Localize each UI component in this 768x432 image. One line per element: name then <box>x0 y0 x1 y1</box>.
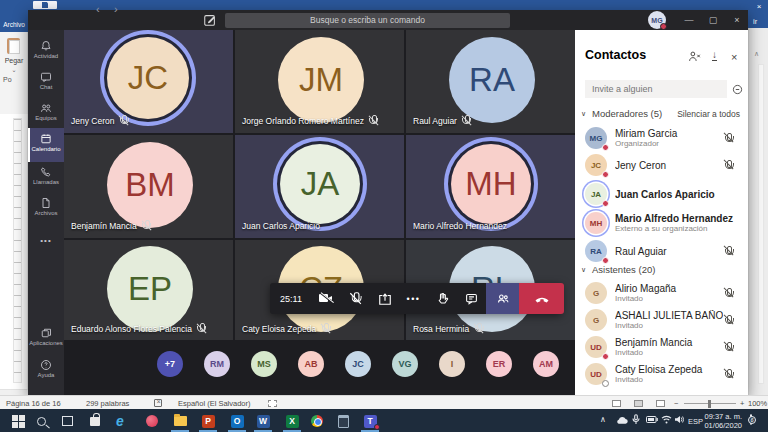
word-vscrollbar[interactable] <box>758 64 764 384</box>
participant-row[interactable]: RA Raul Aguiar <box>579 238 744 264</box>
proofing-icon[interactable] <box>154 399 162 407</box>
command-search-input[interactable] <box>225 13 510 28</box>
taskbar-teams[interactable]: T <box>362 413 378 429</box>
participant-bubble[interactable]: JC <box>345 351 371 377</box>
copy-link-icon[interactable] <box>732 84 743 95</box>
participant-bubble[interactable]: MS <box>251 351 277 377</box>
invite-someone-input[interactable] <box>585 80 727 98</box>
word-paste-label[interactable]: Pegar <box>0 57 28 64</box>
sidebar-item-activity[interactable]: Actividad <box>28 40 64 59</box>
network-icon[interactable] <box>661 415 672 424</box>
video-tile[interactable]: JC Jeny Ceron <box>64 30 233 133</box>
taskbar-edge[interactable]: e <box>112 413 128 429</box>
collapse-attendees-icon[interactable]: ∨ <box>581 266 586 274</box>
participant-bubble[interactable]: AM <box>533 351 559 377</box>
participant-row[interactable]: UD Caty Eloisa ZepedaInvitado <box>579 361 744 387</box>
minimize-button[interactable]: — <box>678 10 700 30</box>
forward-icon[interactable]: › <box>114 3 118 15</box>
start-button[interactable] <box>10 413 26 429</box>
panel-close-icon[interactable]: × <box>731 51 737 63</box>
word-count[interactable]: 299 palabras <box>86 399 129 408</box>
participant-bubble[interactable]: AB <box>298 351 324 377</box>
camera-off-button[interactable] <box>312 283 341 314</box>
paste-dropdown-caret[interactable]: ⌄ <box>0 66 28 73</box>
video-tile[interactable]: JA Juan Carlos Aparicio <box>235 135 404 238</box>
battery-icon[interactable] <box>646 416 658 423</box>
mic-off-icon[interactable] <box>723 369 734 380</box>
video-tile[interactable]: JM Jorge Orlando Romero Martínez <box>235 30 404 133</box>
meeting-chat-button[interactable] <box>457 283 486 314</box>
more-actions-button[interactable]: ••• <box>399 283 428 314</box>
participant-row[interactable]: G Alirio MagañaInvitado <box>579 280 744 306</box>
profile-avatar[interactable]: MG <box>648 11 666 29</box>
sidebar-item-help[interactable]: Ayuda <box>28 359 64 378</box>
sidebar-item-apps[interactable]: Aplicaciones <box>28 327 64 346</box>
taskbar-outlook[interactable]: O <box>229 413 245 429</box>
zoom-level[interactable]: 100% <box>748 399 767 408</box>
zoom-in-icon[interactable]: + <box>740 399 744 408</box>
word-close-icon[interactable]: × <box>752 2 766 12</box>
taskbar-store[interactable] <box>87 413 103 429</box>
participant-row[interactable]: MG Miriam GarciaOrganizador <box>579 125 744 151</box>
video-tile[interactable]: BM Benjamín Mancia <box>64 135 233 238</box>
sidebar-item-calls[interactable]: Llamadas <box>28 166 64 185</box>
share-button[interactable] <box>370 283 399 314</box>
participant-row[interactable]: G ASHALI JULIETA BAÑOSInvitado <box>579 307 744 333</box>
volume-icon[interactable] <box>674 415 684 424</box>
attendees-header[interactable]: Asistentes (20) <box>592 264 655 275</box>
tray-mic-icon[interactable] <box>632 414 640 425</box>
mic-off-icon[interactable] <box>723 342 734 353</box>
raise-hand-button[interactable] <box>428 283 457 314</box>
maximize-button[interactable]: ▢ <box>702 10 724 30</box>
compose-icon[interactable] <box>203 13 217 27</box>
video-tile[interactable]: RA Raul Aguiar <box>406 30 575 133</box>
mic-off-icon[interactable] <box>723 246 734 257</box>
mic-off-icon[interactable] <box>723 133 734 144</box>
web-layout-icon[interactable] <box>656 400 665 407</box>
rail-more-icon[interactable]: ••• <box>28 236 64 245</box>
remove-participant-icon[interactable] <box>688 50 701 62</box>
taskbar-search-button[interactable] <box>33 413 49 429</box>
sidebar-item-chat[interactable]: Chat <box>28 71 64 90</box>
participant-row[interactable]: JC Jeny Ceron <box>579 152 744 178</box>
language-indicator[interactable]: ESP <box>688 417 703 426</box>
hang-up-button[interactable] <box>519 283 564 314</box>
onedrive-cloud-icon[interactable] <box>615 416 628 425</box>
taskbar-powerpoint[interactable]: P <box>200 413 216 429</box>
taskbar-excel[interactable]: X <box>284 413 300 429</box>
video-tile[interactable]: MH Mario Alfredo Hernandez <box>406 135 575 238</box>
participant-row[interactable]: JA Juan Carlos Aparicio <box>579 180 744 208</box>
taskbar-word[interactable]: W <box>255 413 271 429</box>
taskbar-calculator[interactable] <box>335 413 351 429</box>
paste-clipboard-icon[interactable] <box>7 38 20 54</box>
zoom-out-icon[interactable]: − <box>674 399 678 408</box>
read-mode-icon[interactable] <box>612 400 621 407</box>
participant-row[interactable]: MH Mario Alfredo HernandezExterno a su o… <box>579 209 744 237</box>
mute-all-button[interactable]: Silenciar a todos <box>677 109 740 119</box>
participant-row[interactable]: UD Benjamín ManciaInvitado <box>579 334 744 360</box>
participant-bubble[interactable]: ER <box>486 351 512 377</box>
word-archivo-tab[interactable]: Archivo <box>0 10 28 32</box>
download-list-icon[interactable]: ↓ <box>712 50 717 61</box>
zoom-slider-thumb[interactable] <box>708 400 711 408</box>
taskbar-file-explorer[interactable] <box>172 413 188 429</box>
sidebar-item-files[interactable]: Archivos <box>28 197 64 216</box>
language-status[interactable]: Español (El Salvador) <box>178 399 251 408</box>
collapse-moderators-icon[interactable]: ∨ <box>581 110 586 118</box>
word-save-icon[interactable] <box>33 1 57 9</box>
mic-off-icon[interactable] <box>723 160 734 171</box>
mic-off-icon[interactable] <box>723 288 734 299</box>
clock[interactable]: 09:37 a. m. 01/06/2020 <box>704 412 742 431</box>
action-center-button[interactable]: 6 <box>750 415 752 424</box>
page-count[interactable]: Página 16 de 16 <box>6 399 61 408</box>
display-settings-icon[interactable] <box>268 400 277 407</box>
participant-bubble[interactable]: I <box>439 351 465 377</box>
mic-off-button[interactable] <box>341 283 370 314</box>
ribbon-collapse-icon[interactable]: ∧ <box>754 50 759 58</box>
print-layout-icon[interactable] <box>634 400 643 407</box>
close-button[interactable]: × <box>726 10 748 30</box>
word-share-button-fragment[interactable]: ir <box>753 17 757 26</box>
moderators-header[interactable]: Moderadores (5) <box>592 108 662 119</box>
taskbar-app-pink[interactable] <box>144 413 160 429</box>
hidden-icons-chevron[interactable]: ∧ <box>600 415 606 424</box>
